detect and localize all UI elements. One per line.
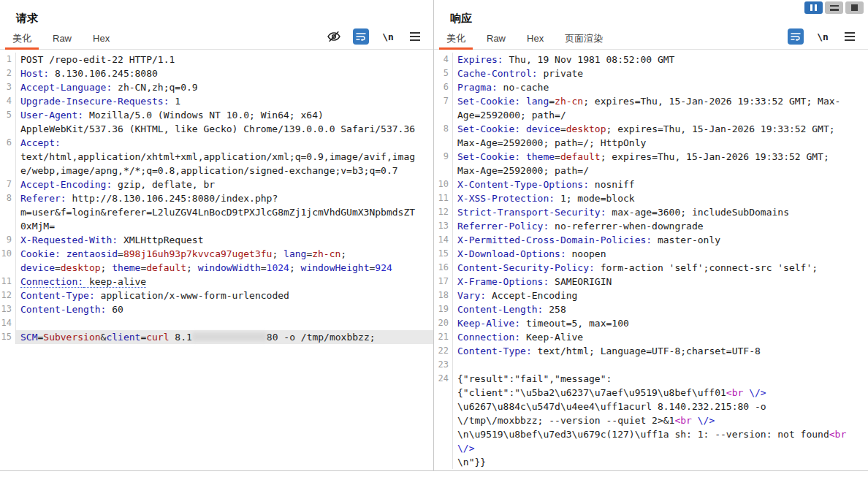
response-editor[interactable]: 4Expires: Thu, 19 Nov 1981 08:52:00 GMT5… bbox=[434, 50, 868, 469]
code-line[interactable]: 18Vary: Accept-Encoding bbox=[434, 289, 868, 302]
line-number: 8 bbox=[434, 122, 453, 150]
line-number: 10 bbox=[0, 247, 16, 275]
code-text: Cookie: zentaosid=898j16uh93p7kvvca97uge… bbox=[16, 247, 433, 275]
code-text: Cache-Control: private bbox=[453, 66, 868, 80]
code-line[interactable]: 13Referrer-Policy: no-referrer-when-down… bbox=[434, 219, 868, 233]
code-line[interactable]: 4Expires: Thu, 19 Nov 1981 08:52:00 GMT bbox=[434, 53, 868, 66]
pause-icon bbox=[810, 4, 817, 11]
line-number: 17 bbox=[434, 275, 453, 289]
code-line[interactable]: 9Set-Cookie: theme=default; expires=Thu,… bbox=[434, 150, 868, 178]
line-number: 8 bbox=[0, 191, 16, 233]
request-panel-title: 请求 bbox=[0, 0, 433, 26]
code-line[interactable]: 7Set-Cookie: lang=zh-cn; expires=Thu, 15… bbox=[434, 94, 868, 122]
code-line[interactable]: 6Accept: text/html,application/xhtml+xml… bbox=[0, 136, 433, 178]
code-line[interactable]: 21Connection: Keep-Alive bbox=[434, 330, 868, 344]
code-line[interactable]: 2Host: 8.130.106.245:8080 bbox=[0, 66, 433, 80]
line-number: 4 bbox=[0, 94, 16, 108]
line-number: 14 bbox=[0, 316, 16, 330]
code-line[interactable]: 9X-Requested-With: XMLHttpRequest bbox=[0, 233, 433, 247]
code-line[interactable]: 14X-Permitted-Cross-Domain-Policies: mas… bbox=[434, 233, 868, 247]
code-text: Content-Length: 60 bbox=[16, 302, 433, 316]
code-text: Set-Cookie: device=desktop; expires=Thu,… bbox=[453, 122, 868, 150]
code-line[interactable]: 17X-Frame-Options: SAMEORIGIN bbox=[434, 275, 868, 289]
code-line[interactable]: 16Content-Security-Policy: form-action '… bbox=[434, 261, 868, 275]
code-line[interactable]: 5Cache-Control: private bbox=[434, 66, 868, 80]
tab-request-hex[interactable]: Hex bbox=[93, 31, 110, 49]
tab-response-hex[interactable]: Hex bbox=[527, 31, 544, 49]
newline-button[interactable]: \n bbox=[815, 28, 831, 45]
code-line[interactable]: 19Content-Length: 258 bbox=[434, 302, 868, 316]
tab-request-beautify[interactable]: 美化 bbox=[12, 31, 31, 49]
line-number: 22 bbox=[434, 344, 453, 358]
stop-icon bbox=[851, 4, 858, 11]
code-text: X-Download-Options: noopen bbox=[453, 247, 868, 261]
code-line[interactable]: 12Content-Type: application/x-www-form-u… bbox=[0, 289, 433, 302]
line-number: 19 bbox=[434, 302, 453, 316]
code-line[interactable]: 8Referer: http://8.130.106.245:8080/inde… bbox=[0, 191, 433, 233]
pause-button[interactable] bbox=[804, 1, 823, 14]
code-line[interactable]: 3Accept-Language: zh-CN,zh;q=0.9 bbox=[0, 80, 433, 94]
code-line[interactable]: 20Keep-Alive: timeout=5, max=100 bbox=[434, 316, 868, 330]
code-line[interactable]: 13Content-Length: 60 bbox=[0, 302, 433, 316]
line-number: 18 bbox=[434, 289, 453, 302]
code-text: Referer: http://8.130.106.245:8080/index… bbox=[16, 191, 433, 233]
code-line[interactable]: 15X-Download-Options: noopen bbox=[434, 247, 868, 261]
request-editor[interactable]: 1POST /repo-edit-22 HTTP/1.12Host: 8.130… bbox=[0, 50, 433, 344]
code-text: {"result":"fail","message":{"client":"\u… bbox=[453, 372, 868, 469]
line-number: 16 bbox=[434, 261, 453, 275]
code-text: SCM=Subversion&client=curl 8.180 -o /tmp… bbox=[16, 330, 433, 344]
line-number: 5 bbox=[0, 108, 16, 136]
wrap-text-button[interactable] bbox=[353, 28, 369, 45]
code-line[interactable]: 11X-XSS-Protection: 1; mode=block bbox=[434, 191, 868, 205]
code-line[interactable]: 12Strict-Transport-Security: max-age=360… bbox=[434, 205, 868, 219]
code-line[interactable]: 1POST /repo-edit-22 HTTP/1.1 bbox=[0, 53, 433, 66]
code-text: Referrer-Policy: no-referrer-when-downgr… bbox=[453, 219, 868, 233]
hamburger-icon bbox=[409, 31, 421, 42]
wrap-text-button[interactable] bbox=[788, 28, 804, 45]
line-number: 9 bbox=[0, 233, 16, 247]
tab-response-beautify[interactable]: 美化 bbox=[446, 31, 465, 49]
code-line[interactable]: 14 bbox=[0, 316, 433, 330]
code-text: Vary: Accept-Encoding bbox=[453, 289, 868, 302]
code-line[interactable]: 24{"result":"fail","message":{"client":"… bbox=[434, 372, 868, 469]
request-menu-button[interactable] bbox=[407, 28, 423, 45]
code-line[interactable]: 10Cookie: zentaosid=898j16uh93p7kvvca97u… bbox=[0, 247, 433, 275]
code-text: Upgrade-Insecure-Requests: 1 bbox=[16, 94, 433, 108]
code-text: Accept-Language: zh-CN,zh;q=0.9 bbox=[16, 80, 433, 94]
tab-response-raw[interactable]: Raw bbox=[487, 31, 506, 49]
response-menu-button[interactable] bbox=[842, 28, 858, 45]
request-tabbar: 美化 Raw Hex bbox=[12, 31, 110, 49]
line-number: 10 bbox=[434, 178, 453, 191]
code-line[interactable]: 10X-Content-Type-Options: nosniff bbox=[434, 178, 868, 191]
code-text: Expires: Thu, 19 Nov 1981 08:52:00 GMT bbox=[453, 53, 868, 66]
code-line-selected[interactable]: 15SCM=Subversion&client=curl 8.180 -o /t… bbox=[0, 330, 433, 344]
code-text: Accept: text/html,application/xhtml+xml,… bbox=[16, 136, 433, 178]
code-line[interactable]: 23 bbox=[434, 358, 868, 372]
line-number: 14 bbox=[434, 233, 453, 247]
line-number: 21 bbox=[434, 330, 453, 344]
code-line[interactable]: 22Content-Type: text/html; Language=UTF-… bbox=[434, 344, 868, 358]
line-number: 11 bbox=[0, 275, 16, 289]
newline-button[interactable]: \n bbox=[380, 28, 396, 45]
code-line[interactable]: 4Upgrade-Insecure-Requests: 1 bbox=[0, 94, 433, 108]
stop-button[interactable] bbox=[845, 1, 864, 14]
code-line[interactable]: 11Connection: keep-alive bbox=[0, 275, 433, 289]
tab-response-render[interactable]: 页面渲染 bbox=[565, 31, 603, 49]
code-line[interactable]: 8Set-Cookie: device=desktop; expires=Thu… bbox=[434, 122, 868, 150]
code-line[interactable]: 7Accept-Encoding: gzip, deflate, br bbox=[0, 178, 433, 191]
code-line[interactable]: 6Pragma: no-cache bbox=[434, 80, 868, 94]
tab-request-raw[interactable]: Raw bbox=[53, 31, 72, 49]
response-panel-title: 响应 bbox=[434, 0, 868, 26]
line-number: 9 bbox=[434, 150, 453, 178]
line-number: 4 bbox=[434, 53, 453, 66]
window-controls bbox=[804, 1, 864, 14]
eye-off-button[interactable] bbox=[326, 28, 342, 45]
menu-button[interactable] bbox=[825, 1, 843, 14]
line-number: 13 bbox=[0, 302, 16, 316]
code-line[interactable]: 5User-Agent: Mozilla/5.0 (Windows NT 10.… bbox=[0, 108, 433, 136]
line-number: 2 bbox=[0, 66, 16, 80]
hamburger-icon bbox=[844, 31, 856, 42]
redacted-blur bbox=[192, 332, 267, 341]
code-text: Pragma: no-cache bbox=[453, 80, 868, 94]
line-number: 6 bbox=[0, 136, 16, 178]
